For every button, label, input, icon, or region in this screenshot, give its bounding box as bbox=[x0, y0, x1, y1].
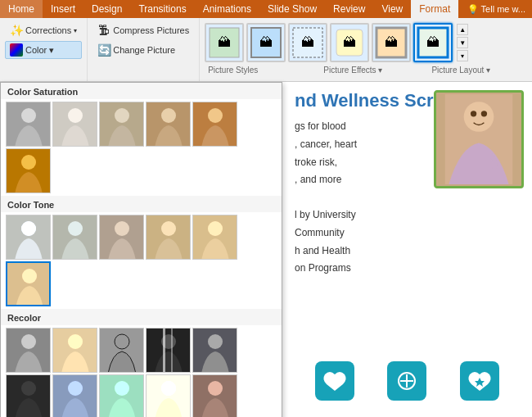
svg-point-53 bbox=[68, 381, 83, 396]
pic-style-1[interactable]: 🏔 bbox=[205, 23, 244, 62]
slide-body-8: on Programs bbox=[295, 260, 520, 278]
tone-grid: Temperature: 7200 K bbox=[1, 212, 282, 309]
svg-text:🏔: 🏔 bbox=[343, 35, 356, 49]
slide-body-5: l by University bbox=[295, 206, 520, 224]
svg-point-29 bbox=[115, 221, 129, 236]
pic-style-3[interactable]: 🏔 bbox=[288, 23, 327, 62]
adjust-group: ✨ Corrections ▾ Color ▾ bbox=[0, 18, 88, 81]
svg-text:🏔: 🏔 bbox=[385, 35, 398, 49]
svg-point-31 bbox=[161, 221, 176, 236]
tone-thumb-3[interactable] bbox=[146, 215, 191, 260]
svg-rect-46 bbox=[171, 329, 173, 373]
color-icon bbox=[10, 43, 23, 57]
recolor-thumb-dark2[interactable] bbox=[6, 374, 51, 417]
health-icon-2 bbox=[387, 361, 426, 401]
svg-rect-45 bbox=[163, 329, 165, 373]
picture-styles-label: Picture Styles bbox=[208, 66, 258, 75]
tone-thumb-0[interactable] bbox=[6, 215, 51, 260]
tab-design[interactable]: Design bbox=[83, 0, 130, 18]
picture-effects-label: Picture Effects ▾ bbox=[323, 66, 382, 75]
sat-thumb-3[interactable] bbox=[146, 102, 191, 147]
recolor-thumb-4[interactable] bbox=[192, 328, 237, 373]
tab-review[interactable]: Review bbox=[325, 0, 373, 18]
svg-point-71 bbox=[464, 102, 494, 132]
svg-point-23 bbox=[21, 155, 36, 170]
svg-point-21 bbox=[208, 108, 223, 123]
lightbulb-icon: 💡 bbox=[467, 4, 479, 15]
dropdown-arrow: ▾ bbox=[74, 27, 77, 34]
tone-thumb-2[interactable] bbox=[99, 215, 144, 260]
svg-text:🏔: 🏔 bbox=[218, 35, 231, 49]
tab-slideshow[interactable]: Slide Show bbox=[259, 0, 325, 18]
svg-point-55 bbox=[115, 381, 129, 396]
scroll-down[interactable]: ▼ bbox=[457, 37, 468, 48]
compress-pictures-button[interactable]: 🗜 Compress Pictures bbox=[92, 21, 194, 39]
sat-thumb-5[interactable] bbox=[6, 148, 51, 193]
ribbon-tabs: Home Insert Design Transitions Animation… bbox=[0, 0, 532, 18]
svg-point-57 bbox=[161, 381, 176, 396]
tell-me[interactable]: 💡 Tell me w... bbox=[467, 4, 525, 15]
picture-styles-row: 🏔 🏔 🏔 🏔 🏔 🏔 ▲ ▼ ▾ bbox=[205, 21, 527, 64]
corrections-button[interactable]: ✨ Corrections ▾ bbox=[5, 21, 82, 39]
recolor-thumb-green[interactable] bbox=[99, 374, 144, 417]
health-icon-1 bbox=[315, 361, 354, 401]
recolor-thumb-yellow[interactable] bbox=[146, 374, 191, 417]
recolor-title: Recolor bbox=[1, 309, 282, 325]
svg-point-59 bbox=[208, 381, 223, 396]
slide-inner: nd Wellness Screenings gs for blood , ca… bbox=[282, 82, 532, 286]
recolor-thumb-red[interactable] bbox=[192, 374, 237, 417]
sat-thumb-0[interactable] bbox=[6, 102, 51, 147]
tab-format[interactable]: Format bbox=[411, 0, 458, 18]
svg-rect-49 bbox=[193, 329, 237, 373]
svg-point-33 bbox=[208, 221, 223, 236]
tone-thumb-5[interactable]: Temperature: 7200 K bbox=[6, 261, 51, 306]
tab-home[interactable]: Home bbox=[0, 0, 43, 18]
corrections-icon: ✨ bbox=[10, 24, 23, 37]
recolor-thumb-1[interactable] bbox=[52, 328, 97, 373]
svg-point-15 bbox=[68, 108, 83, 123]
slide-photo bbox=[434, 90, 524, 188]
svg-point-19 bbox=[161, 108, 176, 123]
svg-point-72 bbox=[471, 111, 476, 116]
pic-style-6[interactable]: 🏔 bbox=[413, 23, 453, 62]
svg-point-17 bbox=[115, 108, 129, 123]
slide-body-7: h and Health bbox=[295, 242, 520, 261]
scroll-arrows: ▲ ▼ ▾ bbox=[457, 23, 468, 62]
tab-insert[interactable]: Insert bbox=[43, 0, 83, 18]
recolor-thumb-blue[interactable] bbox=[52, 374, 97, 417]
tab-view[interactable]: View bbox=[373, 0, 411, 18]
svg-rect-42 bbox=[100, 329, 144, 373]
change-picture-button[interactable]: 🔄 Change Picture bbox=[92, 41, 194, 59]
pic-style-4[interactable]: 🏔 bbox=[330, 23, 369, 62]
color-dropdown-panel: Color Saturation bbox=[0, 82, 282, 417]
ribbon-bar: ✨ Corrections ▾ Color ▾ 🗜 Compress Pictu… bbox=[0, 18, 532, 82]
svg-text:🏔: 🏔 bbox=[259, 35, 273, 49]
recolor-thumb-dark[interactable] bbox=[146, 328, 191, 373]
picture-group: 🗜 Compress Pictures 🔄 Change Picture bbox=[88, 18, 200, 81]
recolor-thumb-bw[interactable] bbox=[99, 328, 144, 373]
color-saturation-title: Color Saturation bbox=[1, 83, 282, 99]
tab-transitions[interactable]: Transitions bbox=[130, 0, 194, 18]
saturation-grid bbox=[1, 99, 282, 196]
compress-icon: 🗜 bbox=[97, 24, 110, 37]
health-icon-3 bbox=[460, 361, 499, 401]
tab-animations[interactable]: Animations bbox=[195, 0, 259, 18]
slide-body-6: Community bbox=[295, 224, 520, 242]
svg-point-25 bbox=[21, 221, 36, 236]
picture-layout-label: Picture Layout ▾ bbox=[431, 66, 490, 75]
pic-style-2[interactable]: 🏔 bbox=[246, 23, 286, 62]
bottom-icons-row bbox=[282, 361, 532, 401]
recolor-grid bbox=[1, 325, 282, 417]
sat-thumb-2[interactable] bbox=[99, 102, 144, 147]
color-button[interactable]: Color ▾ bbox=[5, 41, 82, 59]
color-tone-title: Color Tone bbox=[1, 196, 282, 212]
sat-thumb-4[interactable] bbox=[192, 102, 237, 147]
scroll-up[interactable]: ▲ bbox=[457, 24, 468, 35]
recolor-thumb-0[interactable] bbox=[6, 328, 51, 373]
sat-thumb-1[interactable] bbox=[52, 102, 97, 147]
pic-style-5[interactable]: 🏔 bbox=[372, 23, 411, 62]
tone-thumb-1[interactable] bbox=[52, 215, 97, 260]
svg-text:🏔: 🏔 bbox=[426, 35, 440, 49]
tone-thumb-4[interactable] bbox=[192, 215, 237, 260]
scroll-more[interactable]: ▾ bbox=[457, 50, 468, 61]
